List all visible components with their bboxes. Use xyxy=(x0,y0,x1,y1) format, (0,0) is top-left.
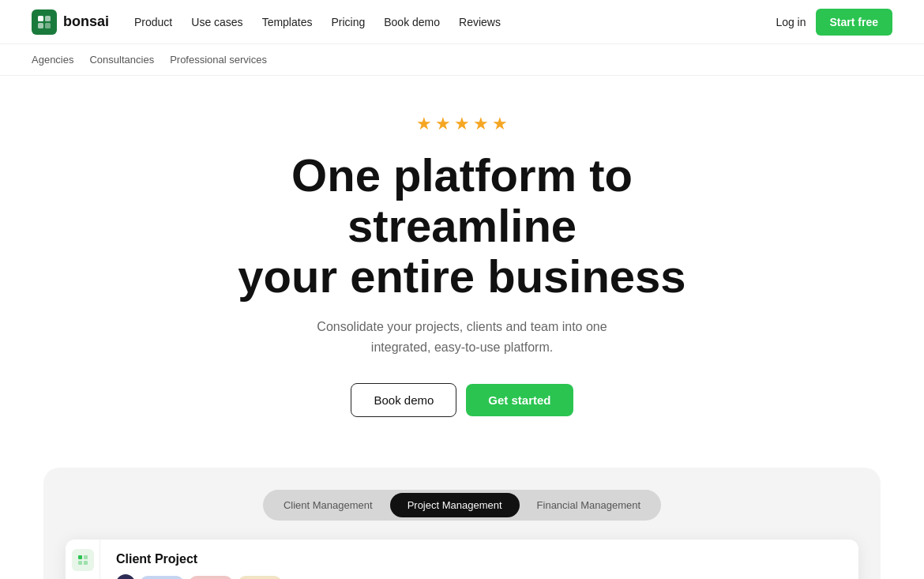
avatar-1 xyxy=(116,574,135,579)
demo-panel: Client Management Project Management Fin… xyxy=(43,468,881,579)
tab-financial-management[interactable]: Financial Management xyxy=(520,493,659,517)
nav-links: Product Use cases Templates Pricing Book… xyxy=(134,16,501,28)
app-avatars xyxy=(116,574,843,579)
svg-rect-7 xyxy=(84,561,88,565)
app-sidebar xyxy=(66,540,100,579)
star-4: ★ xyxy=(473,114,489,134)
nav-use-cases[interactable]: Use cases xyxy=(191,16,242,28)
submenu-agencies[interactable]: Agencies xyxy=(32,54,73,66)
login-button[interactable]: Log in xyxy=(776,16,806,28)
hero-subtitle: Consolidate your projects, clients and t… xyxy=(312,317,612,357)
app-window: Client Project Overview Billing Expenses… xyxy=(66,540,858,579)
nav-templates[interactable]: Templates xyxy=(262,16,313,28)
tab-client-management[interactable]: Client Management xyxy=(266,493,390,517)
pill-blue xyxy=(140,576,184,579)
logo-icon xyxy=(32,9,57,35)
star-2: ★ xyxy=(435,114,451,134)
get-started-button[interactable]: Get started xyxy=(466,384,573,416)
svg-rect-2 xyxy=(38,23,43,28)
start-free-button[interactable]: Start free xyxy=(816,9,892,36)
navbar-right: Log in Start free xyxy=(776,9,892,36)
hero-buttons: Book demo Get started xyxy=(351,383,573,417)
tab-project-management[interactable]: Project Management xyxy=(390,493,520,517)
demo-panel-wrapper: Client Management Project Management Fin… xyxy=(0,468,924,579)
app-main-content: Client Project Overview Billing Expenses… xyxy=(100,540,858,579)
star-3: ★ xyxy=(454,114,470,134)
nav-book-demo[interactable]: Book demo xyxy=(384,16,440,28)
submenu-professional-services[interactable]: Professional services xyxy=(170,54,267,66)
pill-pink xyxy=(189,576,233,579)
svg-rect-5 xyxy=(84,555,88,559)
demo-tabs: Client Management Project Management Fin… xyxy=(263,490,661,521)
sidebar-home-icon[interactable] xyxy=(72,549,94,571)
project-title: Client Project xyxy=(116,552,843,566)
navbar: bonsai Product Use cases Templates Prici… xyxy=(0,0,924,44)
hero-title: One platform to streamline your entire b… xyxy=(186,150,738,301)
svg-rect-6 xyxy=(78,561,82,565)
navbar-left: bonsai Product Use cases Templates Prici… xyxy=(32,9,501,35)
logo-text: bonsai xyxy=(63,13,109,30)
star-1: ★ xyxy=(416,114,432,134)
svg-rect-4 xyxy=(78,555,82,559)
book-demo-button[interactable]: Book demo xyxy=(351,383,456,417)
svg-rect-0 xyxy=(38,16,43,21)
star-rating: ★ ★ ★ ★ ★ xyxy=(416,114,508,134)
logo[interactable]: bonsai xyxy=(32,9,109,35)
submenu-bar: Agencies Consultancies Professional serv… xyxy=(0,44,924,76)
nav-product[interactable]: Product xyxy=(134,16,172,28)
hero-section: ★ ★ ★ ★ ★ One platform to streamline you… xyxy=(0,76,924,442)
svg-rect-1 xyxy=(45,16,51,21)
nav-reviews[interactable]: Reviews xyxy=(459,16,501,28)
submenu-consultancies[interactable]: Consultancies xyxy=(89,54,154,66)
star-5: ★ xyxy=(492,114,508,134)
nav-pricing[interactable]: Pricing xyxy=(331,16,365,28)
pill-yellow xyxy=(238,576,282,579)
svg-rect-3 xyxy=(45,23,51,28)
